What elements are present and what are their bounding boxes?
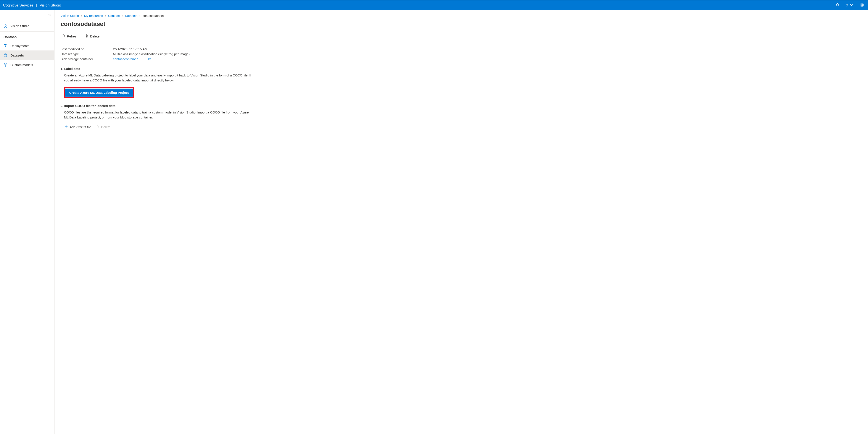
meta-label: Dataset type <box>61 52 113 56</box>
svg-point-0 <box>860 3 864 7</box>
sidebar-item-label: Deployments <box>10 44 29 48</box>
top-bar-title-group: Cognitive Services | Vision Studio <box>3 3 61 7</box>
sidebar-item-deployments[interactable]: Deployments <box>0 41 54 51</box>
gear-icon <box>835 3 840 8</box>
section-body-import-coco: COCO files are the required format for l… <box>64 110 252 120</box>
sidebar-home-label: Vision Studio <box>10 24 29 28</box>
meta-label: Last modified on <box>61 47 113 51</box>
chevron-right-icon: › <box>105 14 106 17</box>
delete-coco-file-button[interactable]: Delete <box>95 124 111 130</box>
smiley-icon <box>860 3 864 8</box>
svg-point-6 <box>4 54 7 55</box>
feedback-button[interactable] <box>859 2 865 9</box>
meta-row-dataset-type: Dataset type Multi-class image classific… <box>61 52 868 56</box>
top-bar: Cognitive Services | Vision Studio ? <box>0 0 868 10</box>
breadcrumb-current: contosodataset <box>143 14 164 18</box>
chevron-right-icon: › <box>122 14 123 17</box>
section-body-label-data: Create an Azure ML Data Labeling project… <box>64 73 252 83</box>
add-coco-file-button[interactable]: Add COCO file <box>64 124 92 130</box>
svg-rect-3 <box>4 44 5 45</box>
add-coco-label: Add COCO file <box>70 125 91 129</box>
custom-models-icon <box>3 63 7 67</box>
meta-value: 2/21/2023, 11:53:15 AM <box>113 47 147 51</box>
refresh-button[interactable]: Refresh <box>61 33 79 39</box>
trash-icon <box>96 125 99 129</box>
settings-button[interactable] <box>834 2 840 9</box>
chevron-down-icon <box>849 3 854 8</box>
breadcrumb-link-datasets[interactable]: Datasets <box>125 14 137 18</box>
trash-icon <box>85 34 89 38</box>
sidebar-home[interactable]: Vision Studio <box>0 21 54 31</box>
breadcrumb-link-my-resources[interactable]: My resources <box>84 14 103 18</box>
datasets-icon <box>3 53 7 57</box>
chevron-right-icon: › <box>140 14 141 17</box>
main-content: Vision Studio › My resources › Contoso ›… <box>55 10 868 434</box>
delete-label: Delete <box>90 34 99 38</box>
svg-rect-4 <box>5 44 6 45</box>
deployments-icon <box>3 44 7 48</box>
coco-toolbar: Add COCO file Delete <box>64 124 313 132</box>
chevron-double-left-icon <box>48 14 51 17</box>
svg-rect-5 <box>6 44 7 45</box>
sidebar-item-custom-models[interactable]: Custom models <box>0 60 54 69</box>
blob-container-link-text: contosocontainer <box>113 57 137 61</box>
breadcrumb-link-vision-studio[interactable]: Vision Studio <box>61 14 79 18</box>
home-icon <box>3 24 7 28</box>
collapse-sidebar-button[interactable] <box>48 13 51 17</box>
dataset-meta: Last modified on 2/21/2023, 11:53:15 AM … <box>61 47 868 61</box>
service-name: Cognitive Services <box>3 3 34 7</box>
page-toolbar: Refresh Delete <box>61 31 862 43</box>
page-title: contosodataset <box>61 21 868 28</box>
svg-point-1 <box>861 4 862 5</box>
meta-label: Blob storage container <box>61 57 113 61</box>
meta-row-blob-container: Blob storage container contosocontainer <box>61 57 868 61</box>
help-button[interactable]: ? <box>845 2 855 9</box>
refresh-label: Refresh <box>67 34 78 38</box>
sidebar-item-label: Datasets <box>10 54 24 57</box>
section-title-import-coco: 2. Import COCO file for labeled data <box>61 104 868 108</box>
sidebar-item-label: Custom models <box>10 63 33 67</box>
meta-value: Multi-class image classification (single… <box>113 52 190 56</box>
create-azure-ml-project-button[interactable]: Create Azure ML Data Labeling Project <box>65 89 133 96</box>
section-title-label-data: 1. Label data <box>61 67 868 70</box>
plus-icon <box>64 125 68 129</box>
breadcrumb: Vision Studio › My resources › Contoso ›… <box>61 14 868 18</box>
sidebar-item-datasets[interactable]: Datasets <box>0 51 54 60</box>
product-name: Vision Studio <box>40 3 61 7</box>
external-link-icon <box>148 57 151 61</box>
sidebar-resource-heading: Contoso <box>0 32 54 41</box>
breadcrumb-link-contoso[interactable]: Contoso <box>108 14 120 18</box>
meta-row-last-modified: Last modified on 2/21/2023, 11:53:15 AM <box>61 47 868 51</box>
delete-button[interactable]: Delete <box>84 33 100 39</box>
sidebar: Vision Studio Contoso Deployments Datase… <box>0 10 55 434</box>
top-bar-actions: ? <box>834 2 865 9</box>
sidebar-divider <box>0 31 54 32</box>
delete-coco-label: Delete <box>101 125 111 129</box>
topbar-divider: | <box>36 3 37 7</box>
help-icon: ? <box>846 3 848 8</box>
svg-point-2 <box>862 4 863 5</box>
chevron-right-icon: › <box>81 14 82 17</box>
blob-container-link[interactable]: contosocontainer <box>113 57 151 61</box>
refresh-icon <box>61 34 65 38</box>
highlighted-annotation: Create Azure ML Data Labeling Project <box>64 87 134 98</box>
